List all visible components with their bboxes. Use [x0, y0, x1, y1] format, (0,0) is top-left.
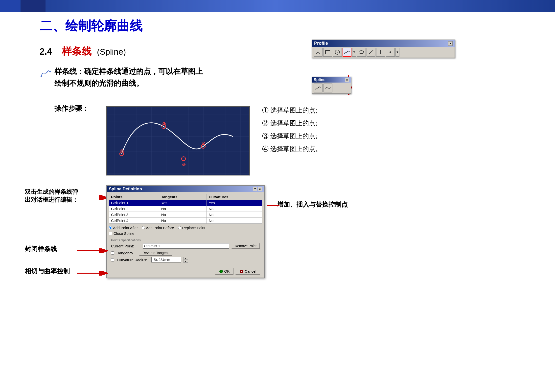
steps-label: 操作步骤： — [54, 104, 89, 113]
annotation-increase: 增加、插入与替换控制点 — [277, 200, 348, 209]
radio-add-before[interactable]: Add Point Before — [142, 226, 174, 230]
svg-text:②: ② — [162, 122, 166, 126]
current-point-label: Current Point: — [111, 244, 141, 248]
radio-add-after[interactable]: Add Point After — [109, 226, 138, 230]
toolbar-line-btn[interactable] — [367, 48, 375, 57]
section-subtitle: (Spline) — [97, 47, 126, 56]
col-points: Points — [109, 194, 159, 200]
svg-text:③: ③ — [182, 163, 185, 167]
step-3: ③ 选择草图上的点; — [262, 130, 322, 142]
radio-add-after-input[interactable] — [109, 226, 112, 229]
toolbar-spline-dropdown[interactable]: ▼ — [352, 48, 356, 57]
toolbar-circle-btn[interactable] — [333, 48, 342, 57]
table-row[interactable]: CtrlPoint.3 No No — [109, 212, 262, 218]
curvature-spinner[interactable]: ▲ ▼ — [184, 257, 188, 263]
ok-button[interactable]: OK — [215, 268, 234, 275]
current-point-input[interactable] — [143, 243, 229, 249]
section-title: 样条线 — [62, 46, 92, 57]
section-heading: 2.4 样条线 (Spline) — [40, 44, 126, 58]
col-tangents: Tangents — [159, 194, 207, 200]
curvature-radius-input[interactable] — [151, 257, 181, 262]
spline-radio-row: Add Point After Add Point Before Replace… — [109, 226, 262, 230]
demo-image: ① ② ④ ③ — [106, 106, 250, 175]
step-2: ② 选择草图上的点; — [262, 117, 322, 130]
close-spline-annotation-label: 封闭样条线 — [25, 245, 57, 253]
cell-curvature-2: No — [207, 206, 262, 212]
cell-tangent-4: No — [159, 218, 207, 224]
reverse-tangent-btn[interactable]: Reverse Tangent — [139, 250, 172, 256]
radio-add-before-input[interactable] — [142, 226, 145, 229]
profile-dialog-close-btn[interactable]: × — [448, 41, 453, 46]
ok-label: OK — [224, 269, 230, 273]
curvature-down-btn[interactable]: ▼ — [184, 260, 188, 263]
spline-def-close-btn[interactable]: × — [258, 187, 262, 191]
table-row[interactable]: CtrlPoint.1 Yes Yes — [109, 200, 262, 206]
annotation-dblclick: 双击生成的样条线弹 出对话框进行编辑： — [25, 188, 99, 204]
toolbar-dot-btn[interactable] — [386, 48, 395, 57]
curvature-up-btn[interactable]: ▲ — [184, 257, 188, 260]
spline-sub-toolbar — [312, 83, 351, 93]
profile-dialog: Profile × ▼ — [312, 40, 455, 58]
toolbar-main-dropdown[interactable]: ▼ — [395, 48, 399, 57]
radio-replace[interactable]: Replace Point — [178, 226, 205, 230]
steps-list: ① 选择草图上的点; ② 选择草图上的点; ③ 选择草图上的点; ④ 选择草图上… — [262, 104, 322, 155]
spline-def-title-buttons: ? × — [253, 187, 262, 191]
cell-point-3: CtrlPoint.3 — [109, 212, 159, 218]
table-row[interactable]: CtrlPoint.2 No No — [109, 206, 262, 212]
tangency-row: Tangency Reverse Tangent — [111, 250, 260, 256]
cancel-label: Cancel — [245, 269, 256, 273]
spline-definition-dialog: Spline Definition ? × Points Tangents Cu… — [106, 185, 265, 278]
radio-add-before-label: Add Point Before — [146, 226, 174, 230]
profile-dialog-title: Profile × — [312, 40, 455, 47]
annotation-close-spline: 封闭样条线 — [25, 245, 57, 253]
curvature-checkbox[interactable] — [111, 258, 114, 261]
close-spline-checkbox[interactable] — [109, 232, 112, 235]
close-spline-label: Close Spline — [114, 231, 134, 236]
increase-annotation-label: 增加、插入与替换控制点 — [277, 201, 348, 208]
toolbar-rect-btn[interactable] — [323, 48, 332, 57]
arrow-tangent — [77, 271, 109, 277]
spline-curve-btn[interactable] — [314, 84, 323, 92]
spline-sub-dialog: Spline × — [312, 77, 351, 94]
curvature-radius-row: Curvature Radius: ▲ ▼ — [111, 257, 260, 263]
toolbar-spline-btn[interactable] — [343, 48, 351, 57]
spline-def-title-bar: Spline Definition ? × — [107, 186, 264, 192]
dblclick-line2: 出对话框进行编辑： — [25, 196, 99, 204]
spline-points-table: Points Tangents Curvatures CtrlPoint.1 Y… — [109, 194, 262, 224]
svg-point-8 — [390, 51, 391, 53]
tangency-checkbox[interactable] — [111, 251, 114, 255]
profile-dialog-label: Profile — [314, 41, 328, 46]
page-title: 二、绘制轮廓曲线 — [40, 17, 142, 35]
cell-point-1: CtrlPoint.1 — [109, 200, 159, 206]
toolbar-ellipse-btn[interactable] — [357, 48, 366, 57]
cell-tangent-3: No — [159, 212, 207, 218]
svg-point-4 — [337, 52, 338, 53]
spline-def-help-btn[interactable]: ? — [253, 187, 257, 191]
current-point-row: Current Point: Remove Point — [111, 243, 260, 249]
cell-curvature-3: No — [207, 212, 262, 218]
radio-replace-input[interactable] — [178, 226, 181, 229]
svg-rect-2 — [325, 50, 330, 54]
cancel-button[interactable]: Cancel — [235, 268, 260, 275]
dblclick-line1: 双击生成的样条线弹 — [25, 188, 99, 196]
cell-curvature-4: No — [207, 218, 262, 224]
spline-sub-close-btn[interactable]: × — [345, 78, 349, 82]
remove-point-btn[interactable]: Remove Point — [231, 243, 260, 249]
spline-connect-btn[interactable] — [324, 84, 332, 92]
points-specifications-group: Points Specifications Current Point: Rem… — [109, 237, 262, 265]
demo-canvas: ① ② ④ ③ — [107, 107, 250, 175]
desc-line2: 绘制不规则的光滑的曲线。 — [54, 77, 203, 89]
step-1: ① 选择草图上的点; — [262, 104, 322, 117]
radio-replace-label: Replace Point — [182, 226, 205, 230]
cell-curvature-1: Yes — [207, 200, 262, 206]
cell-point-4: CtrlPoint.4 — [109, 218, 159, 224]
col-curvatures: Curvatures — [207, 194, 262, 200]
description-spline-icon — [40, 67, 52, 79]
svg-text:①: ① — [120, 149, 124, 153]
desc-line1: 样条线：确定样条线通过的点，可以在草图上 — [54, 65, 203, 77]
toolbar-arc-btn[interactable] — [314, 48, 323, 57]
cell-point-2: CtrlPoint.2 — [109, 206, 159, 212]
table-row[interactable]: CtrlPoint.4 No No — [109, 218, 262, 224]
spline-def-body: Points Tangents Curvatures CtrlPoint.1 Y… — [107, 192, 264, 278]
toolbar-point-btn[interactable] — [376, 48, 385, 57]
